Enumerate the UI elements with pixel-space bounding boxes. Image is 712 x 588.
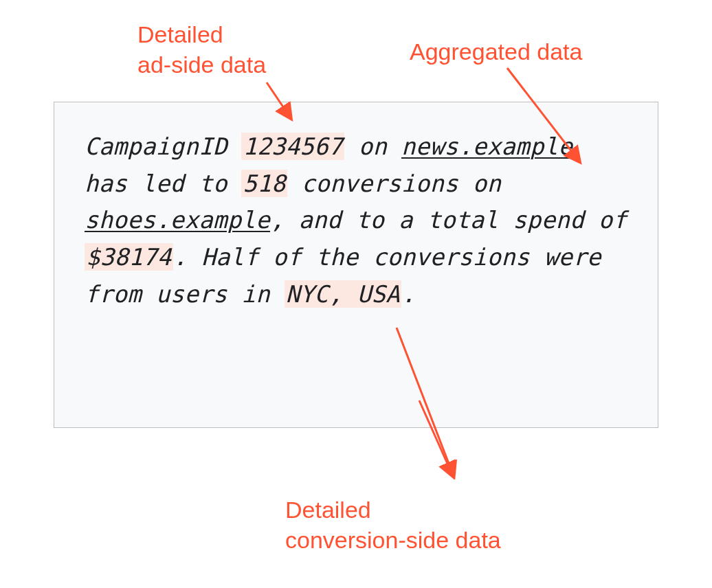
label-aggregated-data: Aggregated data	[410, 36, 582, 67]
text-4: conversions on	[287, 170, 502, 197]
content-text: CampaignID 1234567 on news.example has l…	[85, 128, 627, 313]
underline-site-1: news.example	[401, 133, 572, 160]
label-line-2: ad-side data	[137, 52, 266, 78]
text-1: CampaignID	[85, 133, 241, 160]
label-text: Aggregated data	[410, 38, 582, 65]
text-3: has led to	[85, 170, 241, 197]
highlight-location: NYC, USA	[285, 280, 401, 308]
content-box: CampaignID 1234567 on news.example has l…	[54, 102, 658, 428]
label-line-1: Detailed	[285, 497, 371, 523]
text-7: .	[401, 280, 416, 308]
underline-site-2: shoes.example	[85, 206, 270, 234]
text-2: on	[344, 133, 401, 160]
label-line-1: Detailed	[137, 21, 223, 47]
text-5: , and to a total spend of	[270, 206, 627, 234]
label-line-2: conversion-side data	[285, 527, 501, 553]
highlight-conversions: 518	[241, 170, 287, 197]
label-detailed-conversion-side: Detailed conversion-side data	[285, 495, 501, 555]
highlight-campaign-id: 1234567	[241, 133, 344, 160]
highlight-spend: $38174	[85, 243, 173, 271]
label-detailed-ad-side: Detailed ad-side data	[137, 19, 266, 80]
